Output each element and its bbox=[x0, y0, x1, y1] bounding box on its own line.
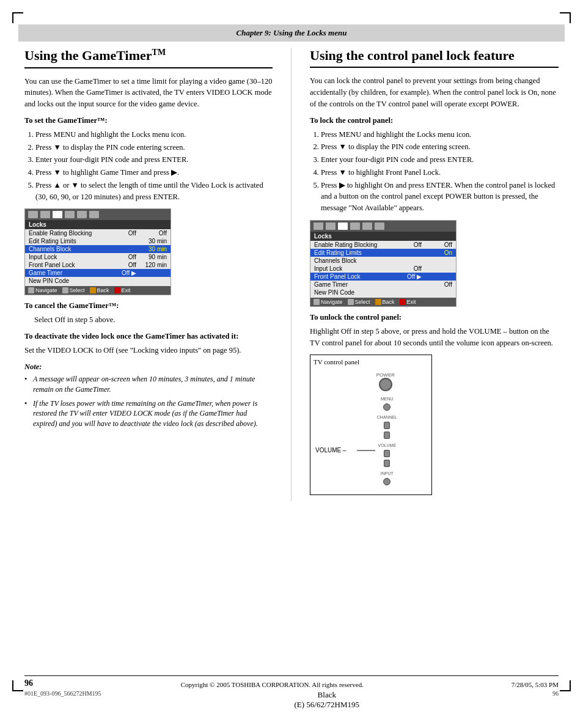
right-screen-simulation: Locks Enable Rating BlockingOffOff Edit … bbox=[310, 220, 457, 307]
screen-icon-r6 bbox=[375, 222, 384, 230]
unlock-panel-text: Highlight Off in step 5 above, or press … bbox=[310, 326, 559, 349]
pin-icon-r bbox=[375, 299, 381, 305]
screen-row: Enable Rating BlockingOffOff bbox=[25, 229, 170, 237]
corner-mark-br bbox=[560, 680, 571, 691]
left-screen-simulation: Locks Enable Rating BlockingOffOff Edit … bbox=[24, 208, 171, 295]
footer-date: 7/28/05, 5:03 PM bbox=[512, 681, 559, 688]
screen-icon-1 bbox=[28, 211, 38, 218]
screen-top-bar-right bbox=[310, 221, 456, 232]
screen-menu-title-left: Locks bbox=[25, 220, 170, 229]
step-item: Enter your four-digit PIN code and press… bbox=[35, 154, 273, 166]
step-item: Press MENU and highlight the Locks menu … bbox=[321, 129, 559, 141]
volume-btn-label: VOLUME bbox=[378, 443, 396, 447]
main-content: Using the GameTimerTM You can use the Ga… bbox=[24, 42, 559, 501]
tv-panel-diagram: TV control panel POWER MENU CHANNEL VOLU… bbox=[310, 355, 432, 495]
print-info: #01E_093-096_566272HM195 Black (E) 56/62… bbox=[24, 690, 559, 710]
note-item: If the TV loses power with time remainin… bbox=[24, 399, 273, 429]
print-center: Black (E) 56/62/72HM195 bbox=[295, 690, 360, 710]
step-item: Press ▲ or ▼ to select the length of tim… bbox=[35, 180, 273, 203]
vol-up-btn bbox=[384, 450, 390, 457]
vol-down-btn bbox=[384, 460, 390, 467]
menu-btn bbox=[383, 403, 391, 411]
power-button bbox=[379, 378, 392, 391]
screen-row: Channels Block bbox=[310, 257, 456, 265]
side-buttons-group: MENU CHANNEL VOLUME INPUT bbox=[377, 397, 397, 485]
copyright-text: Copyright © 2005 TOSHIBA CORPORATION. Al… bbox=[181, 681, 364, 688]
page-number: 96 bbox=[24, 678, 33, 688]
nav-icon bbox=[28, 287, 34, 293]
tv-panel-label: TV control panel bbox=[314, 358, 359, 366]
print-left: #01E_093-096_566272HM195 bbox=[24, 690, 101, 710]
left-title-text: Using the GameTimer bbox=[24, 48, 152, 63]
right-column: Using the control panel lock feature You… bbox=[292, 48, 559, 501]
input-btn bbox=[383, 478, 391, 485]
note-label: Note: bbox=[24, 362, 273, 372]
screen-row: Input LockOff bbox=[310, 265, 456, 273]
right-intro: You can lock the control panel to preven… bbox=[310, 75, 559, 109]
exit-icon-r bbox=[400, 299, 406, 305]
lock-panel-steps: Press MENU and highlight the Locks menu … bbox=[321, 129, 559, 214]
exit-icon bbox=[114, 287, 120, 293]
volume-line bbox=[357, 450, 375, 451]
ch-down-btn bbox=[384, 432, 390, 439]
step-item: Press ▶ to highlight On and press ENTER.… bbox=[321, 180, 559, 214]
ch-up-btn bbox=[384, 422, 390, 429]
corner-mark-bl bbox=[12, 680, 23, 691]
select-icon bbox=[62, 287, 68, 293]
left-intro: You can use the GameTimer to set a time … bbox=[24, 76, 273, 110]
screen-icon-r4 bbox=[350, 222, 360, 230]
screen-icon-r5 bbox=[362, 222, 372, 230]
chapter-header: Chapter 9: Using the Locks menu bbox=[18, 24, 565, 42]
menu-label: MENU bbox=[381, 397, 394, 401]
cancel-gametimer-text: Select Off in step 5 above. bbox=[34, 314, 273, 326]
step-item: Press ▼ to highlight Front Panel Lock. bbox=[321, 167, 559, 178]
screen-row-highlighted: Channels Block30 min bbox=[25, 245, 170, 253]
screen-row: Front Panel LockOff120 min bbox=[25, 261, 170, 269]
screen-row: New PIN Code bbox=[310, 289, 456, 296]
set-gametimer-heading: To set the GameTimer™: bbox=[24, 116, 273, 125]
header-text: Chapter 9: Using the Locks menu bbox=[237, 28, 347, 37]
screen-row: Edit Rating Limits30 min bbox=[25, 237, 170, 245]
set-gametimer-steps: Press MENU and highlight the Locks menu … bbox=[35, 129, 273, 203]
screen-row: Enable Rating BlockingOffOff bbox=[310, 241, 456, 249]
step-item: Enter your four-digit PIN code and press… bbox=[321, 154, 559, 166]
page-footer: 96 Copyright © 2005 TOSHIBA CORPORATION.… bbox=[24, 675, 559, 688]
screen-icon-r1 bbox=[314, 222, 323, 230]
select-icon-r bbox=[348, 299, 354, 305]
pin-icon bbox=[90, 287, 96, 293]
note-item: A message will appear on-screen when 10 … bbox=[24, 374, 273, 395]
screen-bottom-bar-right: Navigate Select Back Exit bbox=[310, 298, 456, 306]
step-item: Press ▼ to highlight Game Timer and pres… bbox=[35, 167, 273, 178]
notes-list: A message will appear on-screen when 10 … bbox=[24, 374, 273, 429]
screen-bottom-bar: Navigate Select Back Exit bbox=[25, 286, 170, 295]
screen-row-highlighted-2: Game TimerOff ▶ bbox=[25, 269, 170, 277]
step-item: Press MENU and highlight the Locks menu … bbox=[35, 129, 273, 141]
screen-icon-3 bbox=[53, 211, 62, 218]
screen-row: Input LockOff90 min bbox=[25, 253, 170, 261]
print-right-num: 96 bbox=[552, 690, 559, 710]
left-section-title: Using the GameTimerTM bbox=[24, 48, 273, 68]
deactivate-text: Set the VIDEO LOCK to Off (see "Locking … bbox=[24, 345, 273, 356]
unlock-panel-heading: To unlock the control panel: bbox=[310, 313, 559, 322]
screen-row-highlighted-2: Front Panel LockOff ▶ bbox=[310, 273, 456, 281]
left-title-sup: TM bbox=[152, 48, 166, 57]
screen-icon-4 bbox=[65, 211, 75, 218]
volume-minus-label: VOLUME – bbox=[315, 447, 346, 454]
step-item: Press ▼ to display the PIN code entering… bbox=[321, 141, 559, 153]
screen-menu-title-right: Locks bbox=[310, 232, 456, 241]
power-label: POWER bbox=[376, 372, 395, 378]
screen-row: New PIN Code bbox=[25, 277, 170, 285]
print-model: (E) 56/62/72HM195 bbox=[295, 700, 360, 710]
screen-top-bar bbox=[25, 209, 170, 220]
cancel-gametimer-heading: To cancel the GameTimer™: bbox=[24, 301, 273, 311]
corner-mark-tr bbox=[560, 12, 571, 23]
channel-label: CHANNEL bbox=[377, 415, 397, 419]
screen-icon-r3 bbox=[338, 222, 348, 230]
screen-icon-5 bbox=[77, 211, 87, 218]
volume-label-text: VOLUME – bbox=[315, 447, 346, 454]
screen-icon-r2 bbox=[326, 222, 336, 230]
input-btn-label: INPUT bbox=[381, 471, 394, 476]
left-column: Using the GameTimerTM You can use the Ga… bbox=[24, 48, 292, 501]
screen-icon-6 bbox=[89, 211, 99, 218]
right-title-text: Using the control panel lock feature bbox=[310, 48, 515, 63]
